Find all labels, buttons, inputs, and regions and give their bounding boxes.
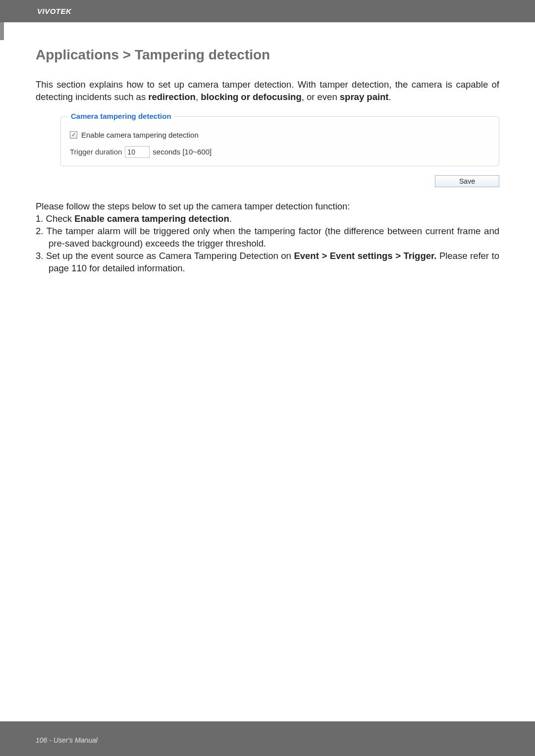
enable-checkbox-row[interactable]: ✓ Enable camera tampering detection — [68, 131, 492, 139]
step-num: 3. — [36, 251, 43, 261]
intro-sep: , — [196, 92, 201, 102]
tampering-fieldset: Camera tampering detection ✓ Enable came… — [60, 112, 499, 166]
step-1: 1. Check Enable camera tampering detecti… — [36, 213, 499, 225]
intro-paragraph: This section explains how to set up came… — [36, 79, 499, 103]
brand-label: VIVOTEK — [37, 7, 71, 15]
save-row: Save — [60, 175, 499, 187]
footer-text: 106 - User's Manual — [36, 736, 98, 744]
trigger-row: Trigger duration seconds [10~600] — [68, 146, 492, 158]
trigger-unit-label: seconds [10~600] — [153, 148, 212, 156]
intro-bold-blocking: blocking or defocusing — [201, 92, 302, 102]
enable-label: Enable camera tampering detection — [81, 131, 199, 139]
page-title: Applications > Tampering detection — [36, 47, 499, 63]
trigger-duration-input[interactable] — [125, 146, 150, 158]
intro-bold-redirection: redirection — [148, 92, 196, 102]
content-area: Applications > Tampering detection This … — [0, 22, 535, 275]
intro-bold-spray: spray paint — [340, 92, 389, 102]
save-button-label: Save — [459, 177, 475, 185]
checkmark-icon: ✓ — [71, 132, 76, 138]
steps-list: 1. Check Enable camera tampering detecti… — [36, 213, 499, 275]
step-1-a: Check — [43, 213, 74, 224]
save-button[interactable]: Save — [435, 175, 499, 187]
intro-sep2: , or even — [302, 92, 340, 102]
steps-intro: Please follow the steps below to set up … — [36, 201, 499, 212]
left-accent — [0, 22, 4, 40]
trigger-duration-label: Trigger duration — [70, 148, 122, 156]
step-1-c: . — [229, 213, 232, 224]
step-1-bold: Enable camera tampering detection — [74, 213, 229, 224]
page-container: VIVOTEK Applications > Tampering detecti… — [0, 0, 535, 756]
step-3-bold: Event > Event settings > Trigger. — [294, 251, 436, 261]
step-num: 1. — [36, 213, 43, 224]
step-2-text: The tamper alarm will be triggered only … — [43, 226, 499, 249]
step-3: 3. Set up the event source as Camera Tam… — [36, 250, 499, 275]
step-2: 2. The tamper alarm will be triggered on… — [36, 225, 499, 250]
enable-checkbox[interactable]: ✓ — [70, 131, 77, 139]
fieldset-legend: Camera tampering detection — [68, 112, 174, 120]
top-banner: VIVOTEK — [0, 0, 535, 22]
step-3-a: Set up the event source as Camera Tamper… — [43, 251, 294, 261]
step-num: 2. — [36, 226, 43, 236]
intro-suffix: . — [389, 92, 391, 102]
fieldset-content: ✓ Enable camera tampering detection Trig… — [68, 126, 492, 158]
